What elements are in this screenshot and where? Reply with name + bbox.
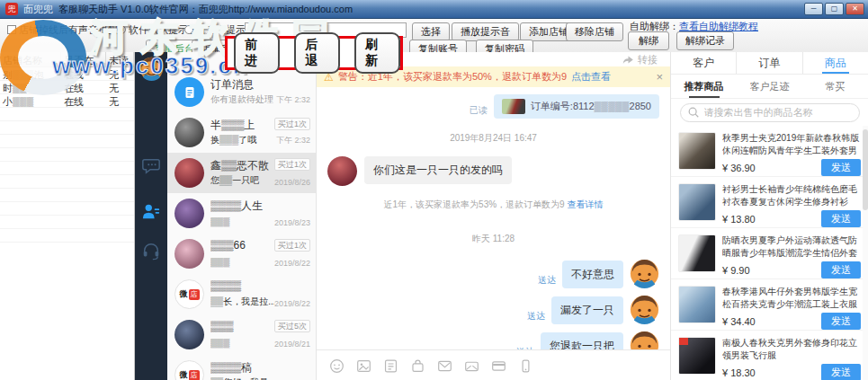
radio-selected-icon[interactable] [117, 25, 126, 34]
conversation-item[interactable]: 订单消息 你有退款待处理 下午 2:32 [167, 72, 316, 112]
view-details-link[interactable]: 查看详情 [567, 199, 603, 209]
tab-customer[interactable]: 客户 [671, 52, 736, 74]
conversation-preview: ▒▒▒ [210, 258, 274, 268]
emoji-icon[interactable] [329, 358, 345, 374]
tab-products[interactable]: 商品 [802, 52, 868, 74]
store-row[interactable]: 别▒▒▒泡 在线 无 [0, 67, 134, 81]
send-product-button[interactable]: 发送 [821, 313, 861, 330]
send-product-button[interactable]: 发送 [821, 159, 861, 176]
product-title: 秋季男士夹克2019年新款春秋韩版休闲连帽防风青年学生工装外套男 [722, 132, 861, 157]
remove-shop-button[interactable]: 移除店铺 [566, 22, 623, 41]
order-card-bubble[interactable]: 订单编号:8112▒▒▒▒▒2850 [494, 94, 659, 119]
store-row[interactable]: 时▒▒ 在线 无 [0, 81, 134, 94]
conversation-item[interactable]: 微店 ▒▒▒▒稿 ▒▒您好，我是... 2019/8/20 [167, 355, 316, 380]
outgoing-message-row: 送达 不好意思 [327, 259, 659, 288]
play-sound-button[interactable]: 播放提示音 [452, 22, 519, 41]
outgoing-message-row: 送达 您退款一只把 [327, 331, 659, 349]
transfer-link[interactable]: 转接 [638, 53, 658, 66]
sound-alert-checkbox[interactable]: 店铺掉线后有声音提醒 [7, 23, 118, 37]
maximize-button[interactable]: ▢ [825, 3, 844, 15]
product-title: 春秋季港风牛仔外套男韩版学生宽松百搭夹克青少年潮流工装上衣服 [722, 286, 861, 311]
warning-close-icon[interactable]: × [656, 70, 663, 84]
right-panel-tabs: 客户 订单 商品 [671, 52, 868, 75]
conversation-item[interactable]: ▒▒▒66 ▒▒▒ 买过1次2019/8/22 [167, 234, 316, 274]
file-icon[interactable] [383, 358, 398, 374]
product-search-row [671, 99, 868, 126]
conversation-time: 2019/8/26 [274, 178, 310, 187]
agent-avatar[interactable] [139, 57, 164, 81]
conversation-preview: ▒▒▒ [210, 217, 274, 227]
unbind-log-button[interactable]: 解绑记录 [676, 31, 734, 50]
purchase-badge: 买过1次 [274, 239, 310, 252]
product-item[interactable]: 春秋季港风牛仔外套男韩版学生宽松百搭夹克青少年潮流工装上衣服 ¥ 34.40 发… [671, 279, 868, 331]
conversation-item[interactable]: ▒▒▒▒人生 ▒▒▒ 2019/8/23 [167, 193, 316, 234]
tab-orders[interactable]: 订单 [736, 52, 801, 74]
read-status: 已读 [470, 104, 488, 117]
send-product-button[interactable]: 发送 [821, 261, 861, 278]
conversation-item-selected[interactable]: 鑫▒▒恶不散 您▒▒一只吧 买过1次2019/8/26 [167, 153, 316, 193]
conversation-name: ▒▒▒ [210, 320, 274, 332]
conversation-time: 下午 2:32 [276, 94, 310, 106]
product-item[interactable]: 防晒衣男夏季户外运动薄款透气防晒服青少年韩版潮流学生情侣外套 ¥ 9.90 发送 [671, 228, 868, 279]
self-unbind-tutorial-link[interactable]: 查看自助解绑教程 [679, 21, 758, 31]
choose-sound-button[interactable]: 选择 [412, 22, 450, 41]
refresh-button[interactable]: 刷新 [354, 32, 400, 74]
navigation-strip [135, 52, 167, 380]
forward-button[interactable]: 前进 [234, 32, 280, 74]
contacts-tab-icon[interactable] [141, 201, 161, 221]
agent-message-avatar [630, 259, 659, 288]
customer-avatar[interactable] [327, 156, 357, 186]
col-unread: 未读 [106, 52, 134, 66]
weidian-avatar: 微店 [174, 279, 204, 309]
app-icon: 兜 [5, 3, 18, 15]
product-thumbnail [678, 183, 716, 221]
product-item[interactable]: 秋季男士夹克2019年新款春秋韩版休闲连帽防风青年学生工装外套男 ¥ 36.90… [671, 126, 868, 177]
minimize-button[interactable]: ─ [804, 3, 823, 15]
product-title: 防晒衣男夏季户外运动薄款透气防晒服青少年韩版潮流学生情侣外套 [722, 234, 861, 260]
delivered-status: 送达 [538, 274, 556, 287]
store-row-empty [0, 121, 134, 135]
send-product-button[interactable]: 发送 [821, 210, 861, 227]
envelope-icon[interactable] [437, 358, 452, 374]
product-item[interactable]: 南极人春秋夹克男外套修身印花立领男装飞行服 ¥ 18.30 发送 [671, 331, 868, 380]
search-icon [687, 106, 700, 119]
mail-open-icon[interactable] [464, 358, 479, 374]
product-search-input[interactable] [680, 103, 860, 122]
scrollbar-track [863, 126, 868, 380]
checkbox-icon[interactable] [7, 25, 16, 34]
chat-tab-icon[interactable] [141, 156, 161, 176]
subtab-frequent[interactable]: 常买 [802, 75, 868, 98]
order-number-text: 订单编号:8112▒▒▒▒▒2850 [531, 100, 651, 113]
store-online-status: 在线 [61, 94, 106, 107]
subtab-footprints[interactable]: 客户足迹 [737, 75, 802, 98]
send-product-button[interactable]: 发送 [821, 364, 861, 380]
card-icon[interactable] [491, 358, 506, 374]
radio-icon[interactable] [184, 25, 193, 34]
store-unread: 无 [106, 81, 134, 93]
unbind-button[interactable]: 解绑 [628, 31, 669, 50]
conversation-item[interactable]: ▒▒▒ ▒▒▒ 买过5次2019/8/21 [167, 314, 316, 355]
conversation-preview: ▒▒您好，我是... [210, 376, 274, 380]
conversation-item[interactable]: 半▒▒▒上 换▒▒▒了哦 买过1次下午 2:32 [167, 112, 316, 153]
store-row[interactable]: 小▒▒▒ 在线 无 [0, 94, 134, 108]
warning-view-link[interactable]: 点击查看 [571, 70, 611, 84]
store-list-panel: 店铺名称 是否在线 未读 别▒▒▒泡 在线 无 时▒▒ 在线 无 小▒▒▒ 在线… [0, 52, 135, 380]
system-refund-notice: 近1年，该买家退款率为53%，退款订单数为9 查看详情 [327, 199, 659, 211]
product-thumbnail [678, 286, 716, 323]
conversation-item[interactable]: 微店 ▒▒▒▒ ▒▒长，我是拉... 2019/8/22 [167, 274, 316, 314]
product-subtabs: 推荐商品 客户足迹 常买 [671, 75, 868, 99]
product-list: 秋季男士夹克2019年新款春秋韩版休闲连帽防风青年学生工装外套男 ¥ 36.90… [671, 126, 868, 380]
subtab-recommended[interactable]: 推荐商品 [671, 75, 737, 98]
image-icon[interactable] [356, 358, 371, 374]
scrollbar-thumb[interactable] [863, 129, 868, 210]
product-item[interactable]: 衬衫男士长袖青少年纯棉纯色磨毛衬衣春夏复古休闲学生修身衬衫 ¥ 13.80 发送 [671, 177, 868, 228]
phone-icon[interactable] [518, 358, 533, 374]
store-unread: 无 [106, 94, 134, 107]
close-button[interactable]: ✕ [846, 3, 864, 15]
bag-icon[interactable] [410, 358, 425, 374]
product-price: ¥ 13.80 [722, 214, 756, 225]
sound-alert-label: 店铺掉线后有声音提醒 [19, 24, 118, 35]
back-button[interactable]: 后退 [294, 32, 340, 74]
support-tab-icon[interactable] [141, 241, 161, 261]
store-online-status: 在线 [61, 67, 106, 80]
